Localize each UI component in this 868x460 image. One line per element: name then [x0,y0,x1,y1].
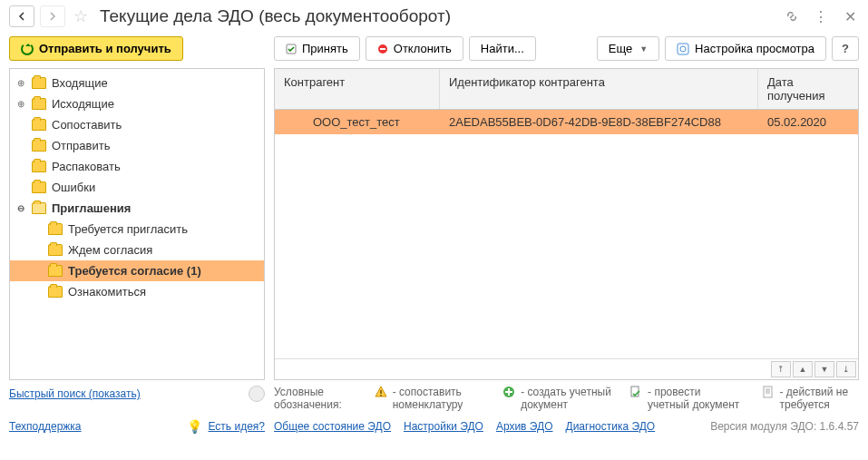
send-receive-label: Отправить и получить [39,42,171,55]
find-label: Найти... [481,42,524,55]
idea-link[interactable]: Есть идея? [208,420,265,433]
folder-tree-pane: ⊕ Входящие ⊕ Исходящие Сопоставить Отпра… [9,68,265,380]
tree-label: Распаковать [52,160,121,173]
link-diagnostics[interactable]: Диагностика ЭДО [566,420,656,433]
gear-icon [677,43,689,55]
link-status[interactable]: Общее состояние ЭДО [274,420,391,433]
more-button[interactable]: Еще ▼ [597,36,659,61]
link-archive[interactable]: Архив ЭДО [496,420,553,433]
cell-name: ООО_тест_тест [275,110,440,134]
legend-item-match: - сопоставить номенклатуру [375,386,486,412]
favorite-star-icon[interactable]: ☆ [71,6,91,26]
legend-text: - создать учетный документ [521,386,613,412]
tree-label: Сопоставить [52,118,122,132]
tree-item-errors[interactable]: Ошибки [10,177,264,198]
nav-down-button[interactable]: ▼ [814,361,834,377]
folder-icon [48,286,63,298]
folder-icon [32,98,46,110]
folder-icon [48,265,63,277]
nav-forward-button[interactable] [40,5,65,27]
help-button[interactable]: ? [832,36,859,61]
legend-text: - провести учетный документ [648,386,745,412]
folder-open-icon [32,202,46,214]
warning-icon [375,386,387,398]
svg-rect-11 [764,387,772,397]
main-content: ⊕ Входящие ⊕ Исходящие Сопоставить Отпра… [0,68,868,380]
nav-up-button[interactable]: ▲ [793,361,813,377]
table-nav-footer: ⤒ ▲ ▼ ⤓ [275,358,858,379]
more-menu-icon[interactable]: ⋮ [812,7,830,25]
table-header: Контрагент Идентификатор контрагента Дат… [275,69,858,110]
folder-icon [32,119,46,131]
plus-circle-icon [502,386,515,398]
legend-item-none: - действий не требуется [762,386,859,412]
legend-row: Быстрый поиск (показать) Условные обозна… [0,380,868,416]
tree-label: Требуется согласие (1) [68,264,201,278]
page-title: Текущие дела ЭДО (весь документооборот) [96,6,451,26]
collapse-icon[interactable]: ⊖ [15,203,26,214]
tree-label: Отправить [52,139,110,152]
help-label: ? [842,42,849,55]
tree-item-unpack[interactable]: Распаковать [10,156,264,177]
legend-label: Условные обозначения: [274,386,358,412]
tree-item-need-consent[interactable]: Требуется согласие (1) [10,260,264,281]
legend-text: - действий не требуется [780,386,859,412]
cell-id: 2AEDAB55BEB-0D67-42DB-9E8D-38EBF274CD88 [440,110,758,134]
accept-button[interactable]: Принять [274,36,360,61]
find-button[interactable]: Найти... [469,36,536,61]
tree-item-await-consent[interactable]: Ждем согласия [10,240,264,260]
svg-rect-2 [380,48,385,50]
view-settings-button[interactable]: Настройка просмотра [665,36,826,61]
folder-icon [48,223,63,235]
version-label: Версия модуля ЭДО: 1.6.4.57 [710,420,859,433]
folder-icon [32,161,46,172]
nav-last-button[interactable]: ⤓ [836,361,856,377]
reject-button[interactable]: Отклонить [366,36,463,61]
svg-rect-5 [380,390,382,394]
tree-item-match[interactable]: Сопоставить [10,114,264,135]
record-indicator-icon [249,386,265,402]
reject-icon [377,44,388,54]
legend-item-post: - провести учетный документ [629,386,745,412]
expand-icon[interactable]: ⊕ [15,78,26,89]
expand-icon[interactable]: ⊕ [15,99,26,110]
link-settings[interactable]: Настройки ЭДО [404,420,483,433]
svg-point-4 [680,46,686,52]
data-table-pane: Контрагент Идентификатор контрагента Дат… [274,68,859,380]
table-body: ООО_тест_тест 2AEDAB55BEB-0D67-42DB-9E8D… [275,110,858,358]
svg-rect-6 [380,395,382,396]
table-row[interactable]: ООО_тест_тест 2AEDAB55BEB-0D67-42DB-9E8D… [275,110,858,134]
tree-label: Требуется пригласить [68,222,188,236]
close-icon[interactable]: ✕ [841,7,859,25]
nav-first-button[interactable]: ⤒ [771,361,791,377]
folder-icon [32,181,46,193]
accept-label: Принять [302,42,348,55]
send-receive-button[interactable]: Отправить и получить [9,36,183,61]
view-settings-label: Настройка просмотра [695,42,814,55]
tree-item-need-invite[interactable]: Требуется пригласить [10,219,264,240]
nav-back-button[interactable] [9,5,34,27]
column-header-name[interactable]: Контрагент [275,69,440,109]
tree-item-send[interactable]: Отправить [10,135,264,156]
tree-label: Ошибки [52,181,95,194]
column-header-id[interactable]: Идентификатор контрагента [440,69,758,109]
support-link[interactable]: Техподдержка [9,420,82,433]
tree-item-review[interactable]: Ознакомиться [10,281,264,302]
tree-label: Ждем согласия [68,243,152,257]
tree-item-invitations[interactable]: ⊖ Приглашения [10,198,264,219]
svg-rect-9 [505,391,512,393]
tree-item-inbox[interactable]: ⊕ Входящие [10,73,264,93]
toolbar: Отправить и получить Принять Отклонить Н… [0,33,868,68]
cell-date: 05.02.2020 [758,110,858,134]
folder-icon [48,244,63,256]
tree-label: Приглашения [52,201,131,215]
reject-label: Отклонить [394,42,452,55]
quick-search-link[interactable]: Быстрый поиск (показать) [9,387,141,400]
column-header-date[interactable]: Дата получения [758,69,858,109]
window-header: ☆ Текущие дела ЭДО (весь документооборот… [0,0,868,33]
folder-icon [32,140,46,152]
link-icon[interactable] [783,7,801,25]
tree-item-outbox[interactable]: ⊕ Исходящие [10,93,264,114]
document-check-icon [629,386,642,398]
bottom-row: Техподдержка 💡 Есть идея? Общее состояни… [0,416,868,437]
